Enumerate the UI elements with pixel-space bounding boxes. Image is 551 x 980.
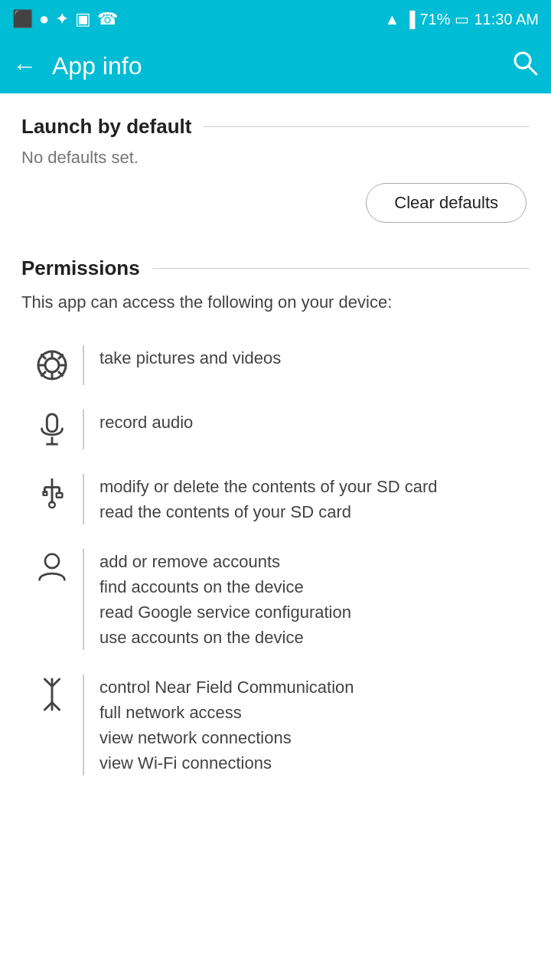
account-perm-text-3: use accounts on the device: [99, 625, 530, 650]
network-perm-text-3: view Wi-Fi connections: [99, 750, 530, 776]
network-perm-texts: control Near Field Communication full ne…: [99, 675, 530, 776]
whatsapp-icon: ●: [39, 9, 49, 29]
permissions-section-header: Permissions: [21, 256, 530, 280]
mic-perm-texts: record audio: [99, 410, 530, 435]
signal-icon: ▐: [404, 11, 415, 28]
svg-point-3: [45, 358, 59, 372]
launch-section-title: Launch by default: [21, 115, 191, 139]
phone-icon: ☎: [97, 9, 118, 29]
nfc-icon-col: [21, 675, 83, 714]
network-perm-divider: [83, 675, 84, 776]
wifi-icon: ▲: [384, 11, 399, 28]
account-perm-text-0: add or remove accounts: [99, 549, 530, 574]
svg-point-22: [45, 554, 59, 568]
launch-section-header: Launch by default: [21, 115, 530, 139]
mic-icon-col: [21, 410, 83, 449]
storage-perm-divider: [83, 474, 84, 524]
account-perm-text-2: read Google service configuration: [99, 599, 530, 625]
no-defaults-text: No defaults set.: [21, 148, 530, 168]
launch-section-divider: [204, 126, 530, 127]
camera-perm-text-0: take pictures and videos: [99, 345, 530, 371]
account-icon: [37, 552, 67, 586]
status-bar-right: ▲ ▐ 71% ▭ 11:30 AM: [384, 10, 539, 28]
permission-mic: record audio: [21, 397, 530, 462]
svg-rect-12: [47, 414, 57, 432]
permission-network: control Near Field Communication full ne…: [21, 662, 530, 788]
camera-perm-divider: [83, 345, 84, 385]
permissions-section-divider: [152, 268, 530, 269]
clear-defaults-button[interactable]: Clear defaults: [366, 183, 527, 223]
camera-perm-texts: take pictures and videos: [99, 345, 530, 371]
launch-by-default-section: Launch by default No defaults set. Clear…: [0, 93, 551, 235]
permissions-section-title: Permissions: [21, 256, 140, 280]
msg-icon: ⬛: [12, 9, 33, 29]
sync-icon: ✦: [55, 9, 69, 29]
page-title: App info: [52, 52, 142, 80]
time-display: 11:30 AM: [474, 11, 539, 28]
network-perm-text-2: view network connections: [99, 725, 530, 750]
nfc-icon: [37, 678, 67, 714]
app-bar-left: ← App info: [12, 52, 142, 80]
mic-icon: [38, 413, 66, 449]
search-button[interactable]: [511, 49, 539, 83]
svg-line-1: [528, 66, 536, 74]
permission-camera: take pictures and videos: [21, 333, 530, 397]
account-perm-texts: add or remove accounts find accounts on …: [99, 549, 530, 650]
usb-icon-col: [21, 474, 83, 514]
gallery-icon: ▣: [75, 9, 91, 29]
content: Launch by default No defaults set. Clear…: [0, 93, 551, 794]
permissions-section: Permissions This app can access the foll…: [0, 235, 551, 794]
storage-perm-text-0: modify or delete the contents of your SD…: [99, 474, 530, 499]
storage-perm-texts: modify or delete the contents of your SD…: [99, 474, 530, 524]
account-perm-divider: [83, 549, 84, 650]
network-perm-text-1: full network access: [99, 700, 530, 725]
battery-icon: ▭: [455, 10, 469, 28]
back-button[interactable]: ←: [12, 52, 37, 80]
app-bar: ← App info: [0, 38, 551, 93]
mic-perm-divider: [83, 410, 84, 449]
mic-perm-text-0: record audio: [99, 410, 530, 435]
permissions-description: This app can access the following on you…: [21, 289, 530, 315]
usb-icon: [38, 477, 66, 514]
account-icon-col: [21, 549, 83, 586]
status-bar: ⬛ ● ✦ ▣ ☎ ▲ ▐ 71% ▭ 11:30 AM: [0, 0, 551, 38]
network-perm-text-0: control Near Field Communication: [99, 675, 530, 700]
account-perm-text-1: find accounts on the device: [99, 574, 530, 599]
svg-rect-19: [57, 493, 63, 498]
permission-storage: modify or delete the contents of your SD…: [21, 462, 530, 537]
permission-accounts: add or remove accounts find accounts on …: [21, 537, 530, 662]
camera-icon-col: [21, 345, 83, 385]
status-bar-left: ⬛ ● ✦ ▣ ☎: [12, 9, 118, 29]
storage-perm-text-1: read the contents of your SD card: [99, 499, 530, 524]
svg-point-21: [49, 502, 55, 508]
camera-icon: [35, 348, 69, 385]
svg-rect-20: [44, 492, 47, 495]
battery-percent: 71%: [419, 11, 450, 28]
